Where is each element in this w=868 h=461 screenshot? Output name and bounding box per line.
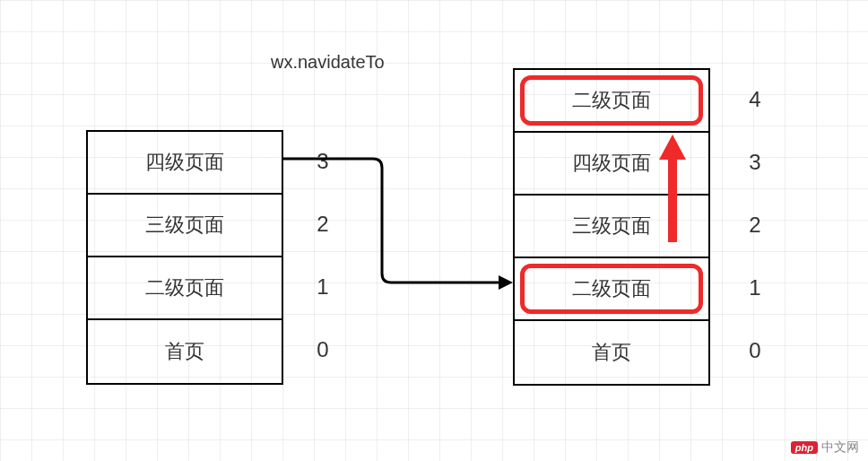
- right-cell-1: 二级页面: [515, 258, 708, 321]
- left-index-column: 3 2 1 0: [305, 130, 341, 381]
- cell-label: 三级页面: [572, 213, 651, 239]
- index-label: 3: [737, 131, 773, 194]
- right-cell-3: 四级页面: [515, 133, 708, 196]
- cell-label: 二级页面: [572, 87, 651, 114]
- watermark-badge: php: [791, 441, 818, 454]
- cell-label: 二级页面: [145, 274, 224, 301]
- right-cell-2: 三级页面: [515, 196, 708, 258]
- index-label: 1: [305, 256, 341, 318]
- cell-label: 四级页面: [145, 149, 224, 176]
- cell-label: 四级页面: [572, 150, 651, 177]
- index-label: 2: [305, 193, 341, 256]
- left-cell-0: 首页: [88, 320, 282, 383]
- right-cell-4: 二级页面: [515, 70, 708, 133]
- right-cell-0: 首页: [515, 321, 708, 384]
- watermark-text: 中文网: [821, 439, 859, 456]
- index-label: 1: [737, 257, 773, 319]
- left-stack: 四级页面 三级页面 二级页面 首页: [86, 130, 283, 385]
- index-label: 2: [737, 194, 773, 257]
- left-cell-3: 四级页面: [88, 132, 282, 195]
- cell-label: 首页: [165, 338, 204, 365]
- watermark: php 中文网: [791, 439, 859, 456]
- cell-label: 首页: [592, 339, 631, 366]
- index-label: 4: [737, 68, 773, 131]
- right-stack: 二级页面 四级页面 三级页面 二级页面 首页: [513, 68, 710, 386]
- right-index-column: 4 3 2 1 0: [737, 68, 773, 382]
- cell-label: 二级页面: [572, 275, 651, 302]
- left-cell-2: 三级页面: [88, 195, 282, 257]
- index-label: 3: [305, 130, 341, 193]
- svg-marker-0: [499, 275, 513, 290]
- diagram-title: wx.navidateTo: [271, 52, 385, 73]
- index-label: 0: [305, 318, 341, 381]
- left-cell-1: 二级页面: [88, 257, 282, 320]
- cell-label: 三级页面: [145, 212, 224, 239]
- index-label: 0: [737, 319, 773, 382]
